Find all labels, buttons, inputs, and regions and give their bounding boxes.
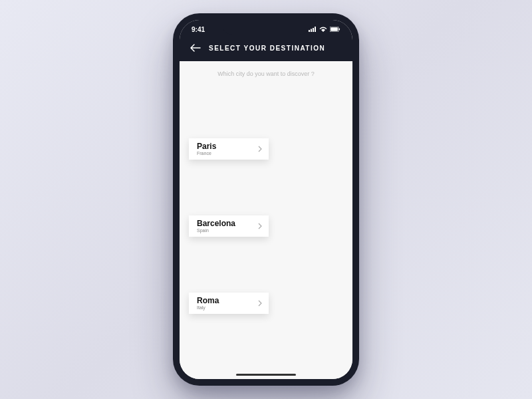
city-name: Paris [197,142,216,151]
notch [223,20,309,35]
svg-rect-6 [339,29,340,31]
city-name: Barcelona [197,219,235,228]
status-time: 9:41 [192,26,205,33]
chevron-right-icon [258,297,262,309]
svg-rect-2 [313,28,314,32]
phone-frame: 9:41 SELECT YOUR DESTINATION Which city … [173,13,359,386]
country-name: France [197,151,216,156]
arrow-left-icon [190,44,201,52]
destination-label[interactable]: Barcelona Spain [189,215,269,237]
svg-rect-3 [315,27,316,32]
screen: 9:41 SELECT YOUR DESTINATION Which city … [180,20,352,379]
destination-card-partial[interactable] [189,318,343,344]
prompt-text: Which city do you want to discover ? [189,70,343,77]
destination-card-roma[interactable]: Roma Italy [189,241,343,310]
home-indicator[interactable] [236,374,296,376]
signal-icon [309,27,317,32]
destination-list[interactable]: Which city do you want to discover ? Par… [180,61,352,379]
country-name: Italy [197,305,219,310]
destination-card-paris[interactable]: Paris France [189,86,343,156]
svg-rect-0 [309,30,310,32]
chevron-right-icon [258,143,262,155]
back-button[interactable] [190,44,201,52]
destination-label[interactable]: Paris France [189,138,269,160]
destination-label[interactable]: Roma Italy [189,293,269,314]
chevron-right-icon [258,220,262,232]
wifi-icon [319,27,327,32]
app-header: SELECT YOUR DESTINATION [180,39,352,61]
destination-card-barcelona[interactable]: Barcelona Spain [189,164,343,233]
svg-rect-5 [331,27,338,31]
city-name: Roma [197,297,219,305]
page-title: SELECT YOUR DESTINATION [209,45,325,52]
svg-rect-1 [311,29,312,33]
country-name: Spain [197,228,235,233]
status-indicators [309,27,340,32]
battery-icon [330,27,340,32]
